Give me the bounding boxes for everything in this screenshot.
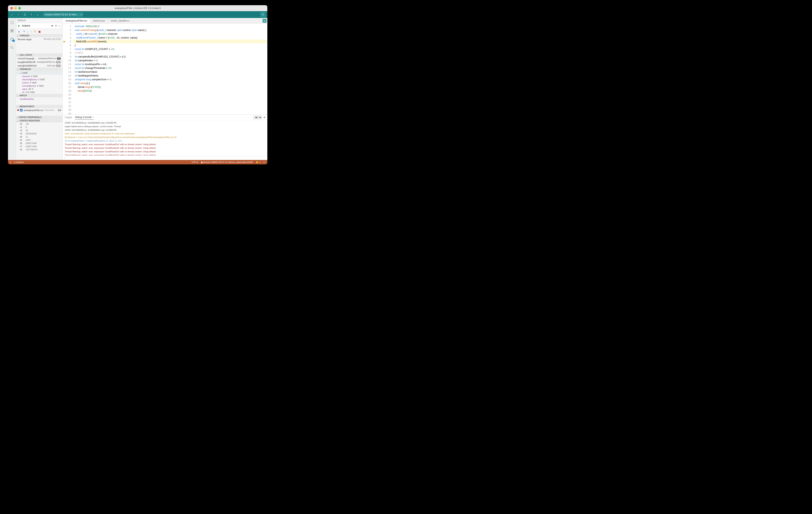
step-out-icon[interactable]: ↑ bbox=[31, 30, 32, 33]
code-editor[interactable]: 1 2 3 4 ▶5 6 7 8 9 10 11 12 13 14 15 16 … bbox=[63, 24, 267, 114]
breakpoint-checkbox[interactable] bbox=[20, 109, 23, 112]
variable-row[interactable]: channel@entry: 0 '\000' bbox=[16, 78, 62, 81]
register-row[interactable]: r3536903636 bbox=[16, 132, 62, 135]
restart-icon[interactable]: ↻ bbox=[34, 30, 36, 33]
status-board[interactable]: ▦ Arduino NANO 33 IoT on /dev/cu.usbmode… bbox=[201, 161, 253, 163]
variables-header[interactable]: ⌄VARIABLES bbox=[16, 67, 62, 71]
svg-line-4 bbox=[263, 15, 264, 16]
register-row[interactable]: r14 bbox=[16, 126, 62, 129]
main-area: analogInputFilter.inosketch.jsoncortex_h… bbox=[63, 18, 267, 160]
callstack-frame[interactable]: main@0x00005182main.cpp53:0 bbox=[16, 64, 62, 67]
callstack-header[interactable]: ⌄CALL STACK bbox=[16, 53, 62, 57]
svg-rect-9 bbox=[12, 31, 13, 32]
debug-config-select[interactable]: Arduino bbox=[21, 24, 54, 27]
console-line: Thread Warning: watch: eval. expression … bbox=[65, 146, 265, 150]
breakpoint-row[interactable]: analogInputFilter.ino /Users/ubi/data/D…… bbox=[16, 108, 62, 112]
editor-tab[interactable]: sketch.json bbox=[90, 18, 108, 23]
console-filter-select[interactable]: All bbox=[253, 116, 262, 119]
board-selector-label: Arduino NANO 33 IoT at /dev/… bbox=[45, 13, 79, 16]
register-row[interactable]: r0-80 bbox=[16, 122, 62, 126]
boards-manager-icon[interactable] bbox=[9, 28, 14, 33]
svg-line-16 bbox=[12, 48, 13, 49]
console-line: Thread Warning: watch: eval. expression … bbox=[65, 150, 265, 153]
notifications-icon[interactable]: 🔔 1 bbox=[256, 161, 261, 163]
variable-row[interactable]: control: 4 '\004' bbox=[16, 81, 62, 84]
gear-icon[interactable]: ⚙ bbox=[55, 24, 57, 27]
register-row[interactable]: r51583 bbox=[16, 139, 62, 142]
tab-overflow-icon[interactable]: ▾ bbox=[263, 19, 266, 23]
chevron-down-icon: ⌄ bbox=[17, 105, 19, 108]
chevron-down-icon: ⌄ bbox=[17, 68, 19, 70]
breakpoints-header[interactable]: ⌄BREAKPOINTS bbox=[16, 105, 62, 108]
debug-sidebar: DEBUG ▶ Arduino ⚙ ▭ ⏵ ↷ ↓ ↑ ↻ ◼ ⌄THREADS… bbox=[16, 18, 63, 160]
svg-rect-8 bbox=[10, 31, 12, 32]
svg-point-15 bbox=[10, 46, 12, 48]
status-line[interactable]: 5 bbox=[10, 161, 11, 163]
maximize-icon[interactable] bbox=[19, 7, 21, 9]
register-row[interactable]: r6536871048 bbox=[16, 142, 62, 145]
verify-button[interactable] bbox=[9, 12, 15, 17]
debug-controls: ⏵ ↷ ↓ ↑ ↻ ◼ bbox=[16, 29, 62, 34]
chevron-down-icon: ⌄ bbox=[17, 95, 19, 97]
callstack-frame[interactable]: controlChange@0x0…analogInputFilter.ino5… bbox=[16, 57, 62, 60]
continue-icon[interactable]: ⏵ bbox=[18, 30, 21, 33]
watch-item[interactable]: knobReadOut: bbox=[16, 97, 62, 101]
console-line: xPSR: 0x21000000 pc: 0x00000600 msp: 0x2… bbox=[65, 121, 265, 125]
register-row[interactable]: r411 bbox=[16, 135, 62, 139]
step-into-icon[interactable]: ↓ bbox=[27, 30, 29, 33]
toolbar: Arduino NANO 33 IoT at /dev/… bbox=[8, 11, 267, 18]
app-window: analogInputFilter | Arduino IDE 2.0.0-be… bbox=[8, 5, 267, 164]
watch-header[interactable]: ⌄WATCH bbox=[16, 94, 62, 97]
feedback-icon[interactable]: ☐ bbox=[263, 161, 265, 163]
thread-row[interactable]: Remote target PAUSED ON STEP bbox=[16, 37, 62, 41]
status-connection[interactable]: ⊙ Arduino bbox=[14, 161, 24, 163]
step-over-icon[interactable]: ↷ bbox=[23, 30, 25, 33]
variables-scope[interactable]: ⌄ Local bbox=[16, 71, 62, 75]
editor-tabs: analogInputFilter.inosketch.jsoncortex_h… bbox=[63, 18, 267, 24]
svg-rect-0 bbox=[24, 13, 26, 16]
start-debug-icon[interactable]: ▶ bbox=[18, 24, 20, 27]
svg-rect-5 bbox=[11, 21, 13, 24]
editor-tab[interactable]: analogInputFilter.ino bbox=[63, 18, 90, 23]
search-button[interactable] bbox=[260, 12, 266, 18]
close-icon[interactable] bbox=[10, 7, 13, 9]
tab-debug-console[interactable]: Debug Console× bbox=[75, 115, 94, 120]
chevron-down-icon: ⌄ bbox=[17, 35, 19, 37]
debug-config-row: ▶ Arduino ⚙ ▭ bbox=[17, 23, 62, 29]
open-button[interactable] bbox=[29, 12, 34, 17]
clear-console-icon[interactable]: ≣ bbox=[264, 116, 265, 119]
variable-row[interactable]: channel: 0 '\000' bbox=[16, 75, 62, 78]
stop-icon[interactable]: ◼ bbox=[38, 30, 41, 33]
bottom-panel: Output Debug Console× All ≣ xPSR: 0x2100… bbox=[63, 114, 267, 160]
status-encoding[interactable]: UTF-8 bbox=[192, 161, 198, 163]
tab-output[interactable]: Output bbox=[65, 115, 72, 120]
debug-icon[interactable]: 1 bbox=[9, 37, 14, 41]
register-row[interactable]: r8-637796370 bbox=[16, 148, 62, 151]
new-sketch-button[interactable] bbox=[22, 12, 28, 17]
debug-console-icon[interactable]: ▭ bbox=[58, 25, 60, 27]
register-row[interactable]: r235 bbox=[16, 129, 62, 132]
window-title: analogInputFilter | Arduino IDE 2.0.0-be… bbox=[115, 7, 161, 9]
svg-rect-7 bbox=[12, 29, 13, 31]
chevron-down-icon: ⌄ bbox=[20, 71, 22, 74]
variable-row[interactable]: control@entry: 4 '\004' bbox=[16, 84, 62, 87]
upload-button[interactable] bbox=[16, 12, 21, 17]
variable-row[interactable]: value: 35 '#' bbox=[16, 87, 62, 91]
svg-point-3 bbox=[262, 13, 263, 15]
statusbar: 5 ⊙ Arduino UTF-8 ▦ Arduino NANO 33 IoT … bbox=[8, 160, 267, 164]
debug-repl-input[interactable]: › bbox=[63, 156, 267, 160]
editor-tab[interactable]: cortex_handlers.c bbox=[108, 18, 133, 23]
register-row[interactable]: r7536871468 bbox=[16, 145, 62, 148]
threads-header[interactable]: ⌄THREADS bbox=[16, 34, 62, 37]
cortex-regs-header[interactable]: ⌄CORTEX REGISTERS bbox=[16, 119, 62, 122]
minimize-icon[interactable] bbox=[14, 7, 17, 9]
search-icon[interactable] bbox=[9, 45, 14, 50]
debug-console[interactable]: xPSR: 0x21000000 pc: 0x00000600 msp: 0x2… bbox=[63, 120, 267, 156]
variable-row[interactable]: ch: 176 '\260' bbox=[16, 91, 62, 94]
close-icon[interactable]: × bbox=[92, 116, 94, 119]
cortex-periph-header[interactable]: ›CORTEX PERIPHERALS bbox=[16, 116, 62, 119]
sketchbook-icon[interactable] bbox=[9, 20, 14, 25]
callstack-frame[interactable]: loop@0x000021f8analogInputFilter.ino38:0 bbox=[16, 60, 62, 64]
board-selector[interactable]: Arduino NANO 33 IoT at /dev/… bbox=[43, 12, 83, 17]
save-button[interactable] bbox=[35, 12, 40, 17]
